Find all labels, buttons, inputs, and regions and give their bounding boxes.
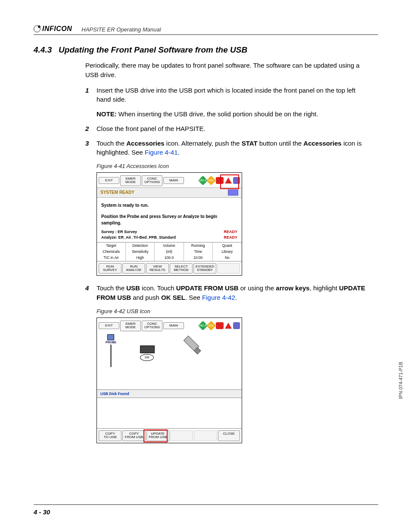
status-msg-1: System is ready to run. bbox=[101, 202, 237, 209]
conc-options-button[interactable]: CONC OPTIONS bbox=[142, 175, 162, 186]
step-2: 2 Close the front panel of the HAPSITE. bbox=[85, 124, 370, 134]
note-label: NOTE: bbox=[97, 110, 117, 118]
analyze-ready: READY bbox=[224, 235, 237, 240]
usb-status-bar: USB Disk Found bbox=[97, 389, 242, 398]
probe-icon[interactable]: PROBE bbox=[106, 334, 116, 367]
status-message-block: System is ready to run. Position the Pro… bbox=[97, 198, 242, 229]
step-3: 3 Touch the Accessories icon. Alternatel… bbox=[85, 139, 370, 158]
copy-to-usb-button[interactable]: COPY TO USB bbox=[99, 430, 121, 441]
system-ready-text: SYSTEM READY bbox=[100, 190, 134, 196]
exit-button[interactable]: EXIT bbox=[99, 322, 119, 329]
blank-button bbox=[217, 263, 240, 274]
run-survey-button[interactable]: RUN SURVEY bbox=[99, 263, 121, 274]
step-2-number: 2 bbox=[85, 124, 97, 134]
section-heading: 4.4.3 Updating the Front Panel Software … bbox=[34, 45, 378, 55]
document-title: HAPSITE ER Operating Manual bbox=[81, 26, 161, 33]
ipn-code: IPN 074-471-P1B bbox=[398, 362, 403, 399]
step-4-number: 4 bbox=[85, 283, 97, 302]
close-button[interactable]: CLOSE bbox=[218, 430, 240, 441]
survey-ready: READY bbox=[224, 229, 237, 235]
survey-analyze-block: Survey : ER Survey READY Analyze: ER_Air… bbox=[97, 229, 242, 242]
figure-4-42-caption: Figure 4-42 USB Icon bbox=[97, 308, 370, 316]
section-number: 4.4.3 bbox=[34, 45, 52, 54]
figure-4-42-link[interactable]: Figure 4-42 bbox=[202, 294, 235, 301]
status-msg-2: Position the Probe and press Survey or A… bbox=[101, 213, 237, 227]
sm-icon[interactable]: SM bbox=[140, 345, 161, 357]
fig42-bottom-buttons: COPY TO USB COPY FROM USB UPDATE FROM US… bbox=[97, 428, 242, 443]
figure-4-41-caption: Figure 4-41 Accessories Icon bbox=[97, 162, 370, 171]
sm-label: SM bbox=[140, 354, 154, 361]
analyze-label: Analyze: ER_Air_Tri-Bed_PPB_Standard bbox=[101, 235, 176, 240]
extended-standby-button[interactable]: EXTENDED STANDBY bbox=[193, 263, 216, 274]
step-1-number: 1 bbox=[85, 86, 97, 105]
figure-4-41-screenshot: EXIT EMER MODE CONC OPTIONS MAIN HELP in… bbox=[97, 172, 242, 276]
run-analyze-button[interactable]: RUN ANALYZE bbox=[122, 263, 145, 274]
step-1-text: Insert the USB drive into the USB port w… bbox=[97, 86, 370, 105]
step-2-text: Close the front panel of the HAPSITE. bbox=[97, 124, 370, 134]
blank-button bbox=[194, 430, 217, 441]
battery-icon[interactable] bbox=[216, 322, 224, 329]
brand-logo: INFICON bbox=[34, 25, 72, 33]
exit-button[interactable]: EXIT bbox=[99, 177, 119, 184]
accessories-highlight bbox=[220, 174, 239, 189]
main-button[interactable]: MAIN bbox=[163, 177, 184, 184]
section-title: Updating the Front Panel Software from t… bbox=[59, 45, 247, 54]
probe-label: PROBE bbox=[106, 340, 116, 345]
page-number: 4 - 30 bbox=[34, 508, 50, 516]
step-3-number: 3 bbox=[85, 139, 97, 158]
copy-from-usb-button[interactable]: COPY FROM USB bbox=[122, 430, 145, 441]
emer-mode-button[interactable]: EMER MODE bbox=[120, 320, 141, 331]
fig42-toolbar: EXIT EMER MODE CONC OPTIONS MAIN HELP in… bbox=[97, 318, 242, 333]
warning-icon[interactable] bbox=[225, 323, 232, 329]
usb-drive-icon[interactable] bbox=[175, 335, 202, 362]
blank-button bbox=[170, 430, 193, 441]
conc-options-button[interactable]: CONC OPTIONS bbox=[142, 320, 162, 331]
info-icon[interactable]: info bbox=[206, 176, 216, 186]
logo-mark-icon bbox=[34, 25, 40, 32]
ready-indicator-icon bbox=[228, 190, 238, 196]
note-1: NOTE: When inserting the USB drive, the … bbox=[97, 109, 370, 119]
figure-4-41-link[interactable]: Figure 4-41 bbox=[145, 149, 178, 156]
step-4: 4 Touch the USB icon. Touch UPDATE FROM … bbox=[85, 283, 370, 302]
intro-paragraph: Periodically, there may be updates to fr… bbox=[85, 61, 370, 80]
info-icon[interactable]: info bbox=[206, 321, 216, 331]
brand-text: INFICON bbox=[42, 25, 72, 33]
step-4-text: Touch the USB icon. Touch UPDATE FROM US… bbox=[97, 283, 370, 302]
emer-mode-button[interactable]: EMER MODE bbox=[120, 175, 141, 186]
page-header: INFICON HAPSITE ER Operating Manual bbox=[34, 25, 378, 35]
accessories-panel: PROBE SM bbox=[97, 333, 242, 389]
view-results-button[interactable]: VIEW RESULTS bbox=[146, 263, 169, 274]
fig41-toolbar: EXIT EMER MODE CONC OPTIONS MAIN HELP in… bbox=[97, 173, 242, 187]
note-text: When inserting the USB drive, the solid … bbox=[118, 110, 318, 118]
fig41-bottom-buttons: RUN SURVEY RUN ANALYZE VIEW RESULTS SELE… bbox=[97, 261, 242, 276]
page-footer: 4 - 30 bbox=[34, 504, 378, 516]
figure-4-42-screenshot: EXIT EMER MODE CONC OPTIONS MAIN HELP in… bbox=[97, 317, 242, 443]
info-grid: Target Detection Volume Running Quant Ch… bbox=[97, 242, 242, 261]
accessories-icon[interactable] bbox=[233, 322, 240, 329]
step-3-text: Touch the Accessories icon. Alternately,… bbox=[97, 139, 370, 158]
step-1: 1 Insert the USB drive into the USB port… bbox=[85, 86, 370, 105]
main-button[interactable]: MAIN bbox=[163, 322, 184, 329]
update-highlight bbox=[143, 429, 168, 442]
survey-label: Survey : ER Survey bbox=[101, 229, 137, 235]
select-method-button[interactable]: SELECT METHOD bbox=[170, 263, 193, 274]
